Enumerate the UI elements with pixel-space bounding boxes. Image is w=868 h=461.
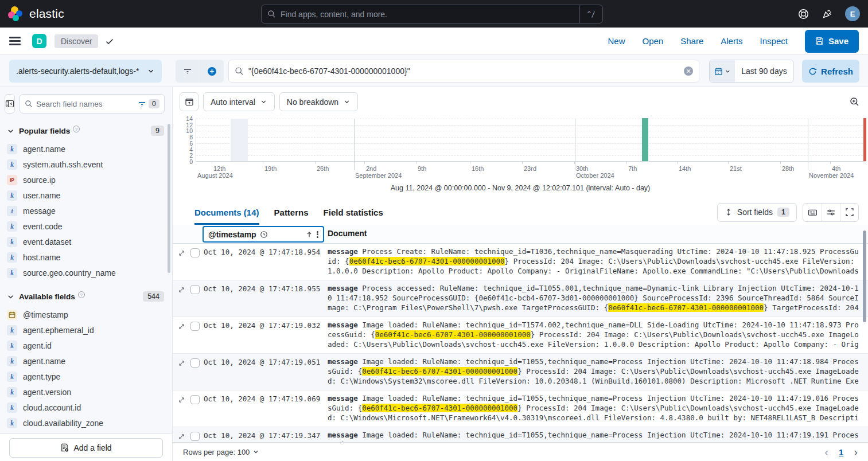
x-axis-tick (574, 162, 575, 164)
tab-documents[interactable]: Documents (14) (194, 200, 259, 225)
row-checkbox[interactable] (190, 285, 200, 294)
clear-query-icon[interactable]: ✕ (684, 67, 693, 76)
nav-link-open[interactable]: Open (643, 36, 664, 46)
row-checkbox[interactable] (190, 395, 200, 404)
nav-link-inspect[interactable]: Inspect (760, 36, 788, 46)
menu-icon[interactable] (9, 35, 21, 48)
expand-document-icon[interactable] (178, 396, 185, 404)
field-item-agent.id[interactable]: kagent.id (0, 338, 172, 353)
x-axis-tick (626, 162, 627, 164)
field-name: @timestamp (23, 310, 68, 319)
field-item-source.geo.country_name[interactable]: ksource.geo.country_name (0, 265, 172, 280)
tab-field-statistics[interactable]: Field statistics (324, 200, 383, 225)
column-menu-icon[interactable] (317, 230, 318, 239)
time-range-button[interactable]: Last 90 days (735, 60, 793, 82)
data-view-picker[interactable]: .alerts-security.alerts-default,logs-* (9, 60, 162, 83)
expand-document-icon[interactable] (178, 249, 185, 257)
field-item-event.dataset[interactable]: kevent.dataset (0, 234, 172, 249)
expand-document-icon[interactable] (178, 323, 185, 330)
keyword-field-icon: k (7, 418, 17, 428)
chart-options-icon[interactable] (180, 92, 198, 111)
x-axis-tick (416, 162, 417, 164)
expand-document-icon[interactable] (178, 433, 185, 440)
popular-fields-count: 9 (151, 126, 164, 136)
elastic-logo-icon[interactable] (8, 6, 24, 22)
keyword-field-icon: k (7, 341, 17, 351)
page-number[interactable]: 1 (839, 447, 843, 457)
field-item-agent.type[interactable]: kagent.type (0, 369, 172, 384)
field-item-source.ip[interactable]: IPsource.ip (0, 172, 172, 187)
global-search-input[interactable] (281, 10, 579, 19)
nav-link-new[interactable]: New (608, 36, 625, 46)
fields-sidebar: 0 Popular fields ? 9 kagent.nameksystem.… (0, 87, 172, 461)
x-axis-tick (364, 162, 365, 164)
field-filter-icon[interactable] (138, 100, 146, 108)
field-item-user.name[interactable]: kuser.name (0, 187, 172, 203)
gridline (196, 119, 866, 119)
previous-page-icon[interactable]: ‹ (824, 446, 828, 458)
field-item-agent.name[interactable]: kagent.name (0, 353, 172, 369)
sidebar-scrollbar[interactable] (168, 124, 170, 273)
field-item-agent.ephemeral_id[interactable]: kagent.ephemeral_id (0, 322, 172, 338)
field-item-@timestamp[interactable]: @timestamp (0, 307, 172, 322)
interval-dropdown[interactable]: Auto interval (203, 92, 275, 111)
histogram-bar[interactable] (642, 118, 648, 161)
timestamp-cell: Oct 10, 2024 @ 17:47:18.955 (204, 284, 320, 293)
field-item-system.auth.ssh.event[interactable]: ksystem.auth.ssh.event (0, 157, 172, 172)
checkmark-icon[interactable] (105, 37, 114, 46)
field-search-input[interactable] (36, 100, 138, 108)
available-fields-header[interactable]: Available fields ? 544 (0, 290, 172, 303)
gridline (196, 137, 866, 138)
add-filter-button[interactable] (200, 60, 224, 83)
help-icon[interactable] (798, 9, 809, 19)
refresh-button[interactable]: Refresh (802, 60, 859, 83)
field-item-host.name[interactable]: khost.name (0, 249, 172, 265)
query-input[interactable] (248, 67, 684, 76)
sort-ascending-icon[interactable] (305, 230, 313, 239)
next-page-icon[interactable]: › (854, 446, 858, 458)
rows-per-page-button[interactable]: Rows per page: 100 (183, 448, 259, 456)
breadcrumb-app-badge[interactable]: D (32, 34, 46, 48)
expand-document-icon[interactable] (178, 360, 185, 367)
date-picker-menu-button[interactable] (710, 60, 735, 82)
keyboard-icon[interactable] (803, 204, 822, 221)
nav-link-alerts[interactable]: Alerts (721, 36, 742, 46)
field-item-event.code[interactable]: kevent.code (0, 218, 172, 234)
keyword-field-icon: k (7, 325, 17, 335)
table-footer: Rows per page: 100 ‹ 1 › (173, 442, 868, 461)
field-name: agent.id (23, 341, 52, 350)
main-panel: Auto interval No breakdown 0246810121412… (172, 87, 868, 461)
breakdown-dropdown[interactable]: No breakdown (279, 92, 358, 111)
newsfeed-icon[interactable] (822, 9, 832, 19)
field-item-agent.version[interactable]: kagent.version (0, 384, 172, 400)
collapse-sidebar-icon[interactable] (5, 94, 15, 114)
table-scrollbar[interactable] (863, 230, 866, 322)
histogram-chart[interactable]: 0246810121412th19th26th2nd9th16th23rd30t… (196, 119, 866, 162)
row-checkbox[interactable] (190, 432, 200, 441)
global-search[interactable]: ^/ (261, 5, 603, 24)
timestamp-column-header[interactable]: @timestamp (203, 226, 324, 243)
user-avatar[interactable]: E (845, 6, 860, 21)
tab-patterns[interactable]: Patterns (274, 200, 309, 225)
popular-fields-header[interactable]: Popular fields ? 9 (0, 124, 172, 138)
save-button[interactable]: Save (805, 30, 859, 53)
fullscreen-icon[interactable] (840, 204, 858, 221)
filters-button[interactable] (176, 60, 200, 83)
field-item-cloud.availability_zone[interactable]: kcloud.availability_zone (0, 415, 172, 431)
field-item-agent.name[interactable]: kagent.name (0, 141, 172, 157)
breadcrumb[interactable]: Discover (55, 34, 98, 48)
save-visualization-icon[interactable] (849, 96, 860, 107)
document-cell: message Process accessed: RuleName: tech… (328, 283, 860, 313)
row-checkbox[interactable] (190, 248, 200, 257)
add-field-button[interactable]: Add a field (9, 438, 163, 458)
row-checkbox[interactable] (190, 322, 200, 331)
display-options-icon[interactable] (822, 204, 840, 221)
sort-fields-button[interactable]: Sort fields 1 (717, 203, 797, 222)
field-name: agent.version (23, 388, 71, 397)
current-time-marker (863, 118, 866, 161)
expand-document-icon[interactable] (178, 286, 185, 294)
field-item-cloud.account.id[interactable]: kcloud.account.id (0, 400, 172, 415)
field-item-message[interactable]: tmessage (0, 203, 172, 218)
row-checkbox[interactable] (190, 358, 200, 368)
nav-link-share[interactable]: Share (680, 36, 703, 46)
